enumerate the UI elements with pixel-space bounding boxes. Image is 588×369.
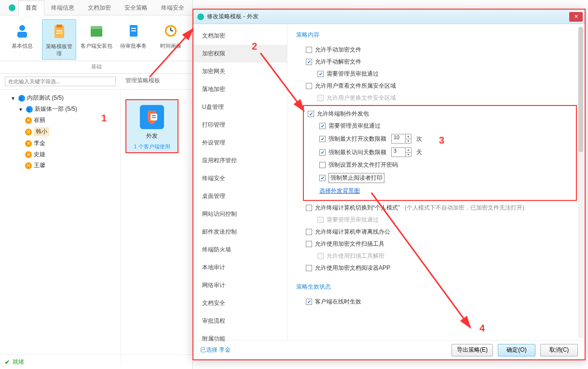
ribbon-client-package[interactable]: 客户端安装包 [79,19,113,60]
nav-terminal-security[interactable]: 终端安全 [193,170,287,187]
tree-user-0[interactable]: ✕崔丽 [25,115,118,126]
tree-user-label: 韩小 [34,127,49,136]
tree-user-1[interactable]: ✕韩小 [25,126,118,138]
nav-desktop-manage[interactable]: 桌面管理 [193,187,287,205]
edit-policy-dialog: 修改策略模板 - 外发 ✕ 文档加密 加密权限 加密网关 落地加密 U盘管理 打… [192,9,586,360]
svg-rect-5 [56,33,62,34]
svg-rect-4 [56,30,62,31]
dialog-content: 策略内容 允许手动加密文件 允许手动解密文件 需要管理员审批通过 允许用户查看文… [287,24,585,340]
scrollbar-thumb[interactable] [578,27,583,152]
check-icon: ✔ [5,359,10,366]
nav-encrypt-permission[interactable]: 加密权限 [193,45,287,63]
chk-scan-tool[interactable]: 允许使用加密文件扫描工具 [296,238,577,250]
chk-scan-decrypt: 允许使用扫描工具解密 [296,250,577,262]
ribbon-group-label: 基础 [0,61,192,74]
nav-mail-control[interactable]: 邮件发送控制 [193,223,287,241]
svg-rect-6 [91,28,102,37]
chk-forbid-print[interactable]: 强制禁止阅读者打印 [305,171,575,185]
tree-user-3[interactable]: ✕史婕 [25,149,118,160]
ok-button[interactable]: 确定(O) [498,344,535,356]
nav-approval-flow[interactable]: 审批流程 [193,312,287,330]
ribbon-pending-label: 待审批事务 [117,42,150,50]
chk-need-admin-2[interactable]: 需要管理员审批通过 [305,120,575,132]
dialog-titlebar: 修改策略模板 - 外发 ✕ [193,10,585,24]
nav-local-audit[interactable]: 本地审计 [193,259,287,277]
tree-root-label: 内部测试 (5/5) [27,94,64,102]
scrollbar[interactable] [578,26,584,338]
spinner-icon[interactable]: ▲▼ [405,148,411,157]
nav-doc-security[interactable]: 文档安全 [193,294,287,312]
tab-security-policy[interactable]: 安全策略 [118,1,154,15]
tab-terminal-info[interactable]: 终端信息 [44,1,81,15]
ribbon-basic-info[interactable]: 基本信息 [5,19,39,60]
template-card-subtitle: 1 个客户端使用 [128,143,176,150]
ribbon: 基本信息 策略模板管理 客户端安装包 待审批事务 时间画像 [0,15,192,61]
ribbon-pending-approval[interactable]: 待审批事务 [116,19,150,60]
nav-usb-manage[interactable]: U盘管理 [193,98,287,116]
svg-rect-9 [131,28,136,29]
nav-landing-encrypt[interactable]: 落地加密 [193,80,287,98]
template-card-outgoing[interactable]: 外发 1 个客户端使用 [125,99,178,153]
ribbon-policy-label: 策略模板管理 [43,43,75,57]
user-icon: ✕ [25,151,32,158]
user-icon: ✕ [25,117,32,124]
max-days-input[interactable]: 3▲▼ [391,147,411,157]
nav-peripheral-manage[interactable]: 外设管理 [193,134,287,152]
org-tree: ▾👥内部测试 (5/5) ▾👥新媒体一部 (5/5) ✕崔丽 ✕韩小 ✕李金 ✕… [0,90,121,362]
chk-reader-app[interactable]: 允许使用加密文档阅读器APP [296,262,577,274]
nav-encrypt-gateway[interactable]: 加密网关 [193,63,287,80]
user-icon: ✕ [25,129,32,135]
chk-max-open[interactable]: 强制最大打开次数限额 10▲▼ 次 [305,132,575,145]
status-bar: ✔ 就绪 [0,355,192,369]
svg-rect-16 [152,115,156,116]
chk-force-pwd[interactable]: 强制设置外发文件打开密码 [305,159,575,171]
chk-personal-mode[interactable]: 允许终端计算机切换到“个人模式”(个人模式下不自动加密，已加密文件无法打开) [296,202,577,214]
chk-need-admin-1[interactable]: 需要管理员审批通过 [296,68,577,80]
chk-manual-decrypt[interactable]: 允许手动解密文件 [296,56,577,68]
export-policy-button[interactable]: 导出策略(E) [451,344,493,356]
chk-max-days[interactable]: 强制最长访问天数限额 3▲▼ 天 [305,145,575,159]
max-open-input[interactable]: 10▲▼ [391,134,411,144]
app-logo-icon [9,4,15,11]
tree-user-label: 史婕 [34,150,45,158]
tab-terminal-security[interactable]: 终端安全 [154,1,191,15]
nav-web-access[interactable]: 网站访问控制 [193,205,287,223]
section-policy-status: 策略生效状态 [296,283,577,291]
nav-print-manage[interactable]: 打印管理 [193,116,287,134]
ribbon-client-label: 客户端安装包 [80,42,112,50]
tab-home[interactable]: 首页 [18,0,44,15]
chk-make-pkg[interactable]: 允许终端制作外发包 [305,108,575,120]
dialog-nav: 文档加密 加密权限 加密网关 落地加密 U盘管理 打印管理 外设管理 应用程序管… [193,24,287,340]
nav-doc-encrypt[interactable]: 文档加密 [193,27,287,45]
ribbon-time-image[interactable]: 时间画像 [153,19,188,60]
tree-user-2[interactable]: ✕李金 [25,138,118,149]
nav-network-audit[interactable]: 网络审计 [193,277,287,294]
tree-group[interactable]: ▾👥新媒体一部 (5/5) [17,104,118,115]
clock-icon [161,21,180,40]
tab-doc-encrypt[interactable]: 文档加密 [81,1,118,15]
nav-app-control[interactable]: 应用程序管控 [193,152,287,170]
svg-rect-7 [91,26,102,29]
tree-root[interactable]: ▾👥内部测试 (5/5) [10,92,118,104]
footer-selection-label: 已选择 李金 [200,346,447,354]
tree-user-label: 李金 [34,139,45,147]
nav-firewall[interactable]: 终端防火墙 [193,241,287,259]
tree-user-label: 崔丽 [34,116,45,124]
nav-extras[interactable]: 附属功能 [193,330,287,348]
chk-offline[interactable]: 允许终端计算机申请离线办公 [296,226,577,238]
close-button[interactable]: ✕ [569,12,583,22]
chk-view-area[interactable]: 允许用户查看文件所属安全区域 [296,80,577,92]
ribbon-policy-template[interactable]: 策略模板管理 [42,19,76,60]
status-text: 就绪 [13,358,24,366]
chk-manual-encrypt[interactable]: 允许手动加密文件 [296,44,577,56]
spinner-icon[interactable]: ▲▼ [405,134,411,143]
link-choose-bg[interactable]: 选择外发背景图 [319,187,360,195]
svg-point-0 [19,25,25,31]
search-row [0,74,121,90]
svg-rect-17 [152,117,156,118]
tree-search-input[interactable] [5,77,116,86]
chk-need-admin-3: 需要管理员审批通过 [296,214,577,226]
chk-online-effective[interactable]: 客户端在线时生效 [296,296,577,308]
tree-user-4[interactable]: ✕王馨 [25,160,118,171]
cancel-button[interactable]: 取消(C) [540,344,578,356]
